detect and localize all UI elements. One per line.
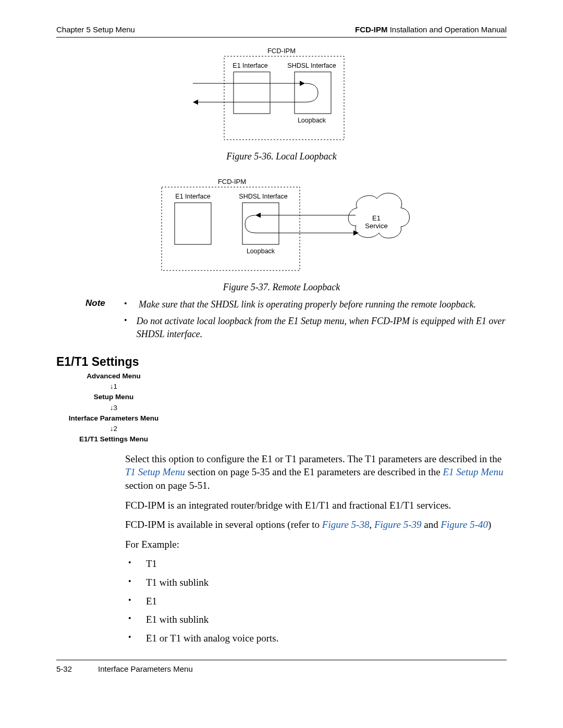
- fig37-cloud-line1: E1: [372, 214, 381, 222]
- bullet-icon: •: [125, 576, 146, 589]
- figure-37-caption: Figure 5-37. Remote Loopback: [56, 282, 507, 293]
- paragraph: Select this option to configure the E1 o…: [125, 452, 507, 492]
- page-footer: 5-32 Interface Parameters Menu: [56, 664, 507, 673]
- fig37-shdsl-label: SHDSL Interface: [239, 193, 287, 200]
- note-block: Note • Make sure that the SHDSL link is …: [56, 298, 507, 344]
- link-figure-5-39[interactable]: Figure 5-39: [374, 519, 422, 530]
- body-text: Select this option to configure the E1 o…: [125, 452, 507, 645]
- note-item: • Do not activate local loopback from th…: [124, 315, 507, 340]
- link-e1-setup-menu[interactable]: E1 Setup Menu: [443, 466, 503, 477]
- list-item: •T1: [125, 557, 507, 571]
- footer-rule: [56, 660, 507, 660]
- header-left: Chapter 5 Setup Menu: [56, 25, 135, 34]
- page-number: 5-32: [56, 664, 98, 673]
- list-item: •E1: [125, 595, 507, 608]
- paragraph: For Example:: [125, 538, 507, 551]
- link-figure-5-38[interactable]: Figure 5-38: [322, 519, 370, 530]
- header-right: FCD-IPM Installation and Operation Manua…: [355, 25, 507, 34]
- bullet-icon: •: [124, 298, 139, 311]
- paragraph: FCD-IPM is available in several options …: [125, 518, 507, 532]
- svg-marker-4: [300, 81, 305, 86]
- svg-rect-1: [234, 72, 270, 114]
- note-item: • Make sure that the SHDSL link is opera…: [124, 298, 507, 311]
- fig36-top-label: FCD-IPM: [267, 47, 296, 55]
- svg-rect-8: [175, 203, 211, 244]
- list-item: •E1 or T1 with analog voice ports.: [125, 632, 507, 645]
- link-figure-5-40[interactable]: Figure 5-40: [440, 519, 488, 530]
- menu-breadcrumb: Advanced Menu ↓1 Setup Menu ↓3 Interface…: [56, 371, 171, 445]
- footer-title: Interface Parameters Menu: [98, 664, 193, 673]
- list-item: •T1 with sublink: [125, 576, 507, 589]
- example-list: •T1 •T1 with sublink •E1 •E1 with sublin…: [125, 557, 507, 645]
- bullet-icon: •: [124, 315, 137, 340]
- figure-remote-loopback: FCD-IPM E1 Interface SHDSL Interface E1 …: [56, 178, 507, 279]
- svg-marker-6: [193, 100, 198, 105]
- page-header: Chapter 5 Setup Menu FCD-IPM Installatio…: [56, 25, 507, 36]
- note-text: Make sure that the SHDSL link is operati…: [139, 298, 476, 311]
- header-rule: [56, 37, 507, 38]
- section-heading: E1/T1 Settings: [56, 355, 507, 369]
- fig37-loopback-label: Loopback: [247, 248, 275, 255]
- paragraph: FCD-IPM is an integrated router/bridge w…: [125, 499, 507, 512]
- fig36-e1-label: E1 Interface: [232, 62, 267, 69]
- fig37-e1-label: E1 Interface: [175, 193, 210, 200]
- bullet-icon: •: [125, 613, 146, 626]
- note-label: Note: [56, 298, 124, 344]
- fig37-cloud-line2: Service: [365, 222, 387, 230]
- bullet-icon: •: [125, 557, 146, 571]
- fig36-loopback-label: Loopback: [298, 117, 326, 124]
- figure-local-loopback: FCD-IPM E1 Interface SHDSL Interface Loo…: [56, 47, 507, 148]
- bullet-icon: •: [125, 632, 146, 645]
- link-t1-setup-menu[interactable]: T1 Setup Menu: [125, 466, 185, 477]
- note-text: Do not activate local loopback from the …: [137, 315, 507, 340]
- fig37-top-label: FCD-IPM: [218, 178, 246, 186]
- bullet-icon: •: [125, 595, 146, 608]
- figure-36-caption: Figure 5-36. Local Loopback: [56, 151, 507, 162]
- list-item: •E1 with sublink: [125, 613, 507, 626]
- svg-rect-2: [295, 72, 331, 114]
- fig36-shdsl-label: SHDSL Interface: [287, 62, 336, 69]
- svg-marker-11: [255, 213, 261, 218]
- svg-rect-9: [242, 203, 279, 244]
